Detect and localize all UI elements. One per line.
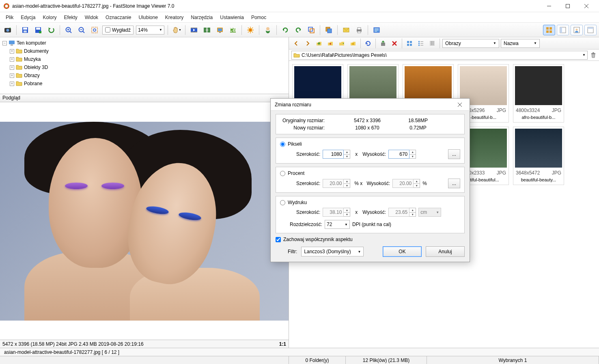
print-button[interactable] bbox=[354, 25, 364, 35]
height-label: Wysokość: bbox=[362, 209, 386, 215]
nav-fav-button[interactable] bbox=[348, 39, 358, 48]
spin-buttons[interactable]: ▲▼ bbox=[344, 179, 350, 188]
spin-buttons[interactable]: ▲▼ bbox=[344, 208, 350, 217]
spin-buttons[interactable]: ▲▼ bbox=[414, 179, 420, 188]
menu-edycja[interactable]: Edycja bbox=[17, 13, 39, 22]
print-radio[interactable]: Wydruku bbox=[280, 200, 460, 205]
view-large-icons-button[interactable] bbox=[405, 39, 414, 48]
zoom-out-button[interactable] bbox=[76, 25, 87, 35]
view-browser-button[interactable] bbox=[557, 25, 569, 35]
nav-back-button[interactable] bbox=[291, 39, 301, 48]
cancel-button[interactable]: Anuluj bbox=[426, 246, 465, 257]
zoom-combo[interactable]: 14%▼ bbox=[136, 26, 164, 34]
undo-button[interactable] bbox=[46, 25, 56, 35]
unit-combo[interactable]: cm▼ bbox=[418, 208, 441, 217]
view-thumbnails-button[interactable] bbox=[543, 25, 555, 35]
menu-kolory[interactable]: Kolory bbox=[39, 13, 60, 22]
rotate-right-button[interactable] bbox=[293, 25, 304, 35]
save-button[interactable] bbox=[20, 25, 30, 35]
zoom-in-button[interactable] bbox=[63, 25, 74, 35]
pct-symbol: % bbox=[422, 181, 427, 186]
smooth-checkbox[interactable]: Wygładź bbox=[102, 26, 134, 34]
maximize-button[interactable] bbox=[558, 0, 577, 12]
save-as-button[interactable] bbox=[33, 25, 43, 35]
tree-item-muzyka[interactable]: +Muzyka bbox=[1, 55, 288, 63]
nav-home-button[interactable] bbox=[325, 39, 335, 48]
menu-ustawienia[interactable]: Ustawienia bbox=[217, 13, 247, 22]
nav-fav-add-button[interactable] bbox=[337, 39, 347, 48]
trash-button[interactable] bbox=[590, 52, 597, 58]
percent-width-input[interactable] bbox=[323, 179, 344, 188]
menu-narzedzia[interactable]: Narzędzia bbox=[187, 13, 216, 22]
app-icon bbox=[3, 3, 10, 9]
print-height-input[interactable] bbox=[388, 208, 409, 217]
folder-tree[interactable]: − Ten komputer +Dokumenty +Muzyka +Obiek… bbox=[0, 37, 289, 94]
spin-buttons[interactable]: ▲▼ bbox=[409, 208, 416, 217]
sort-combo[interactable]: Nazwa▼ bbox=[501, 39, 540, 48]
svg-rect-7 bbox=[566, 4, 570, 8]
thumbnail-item[interactable]: 4800x3324JPGafro-beautiful-b... bbox=[513, 64, 564, 123]
aspect-checkbox[interactable]: Zachowaj współczynnik aspektu bbox=[276, 237, 465, 242]
percent-radio[interactable]: Procent bbox=[280, 170, 460, 176]
rotate-left-button[interactable] bbox=[280, 25, 291, 35]
dialog-close-button[interactable] bbox=[454, 100, 465, 109]
close-window-button[interactable] bbox=[577, 0, 596, 12]
svg-rect-54 bbox=[358, 31, 361, 33]
percent-presets-button[interactable]: ... bbox=[448, 179, 460, 188]
print-width-input[interactable] bbox=[323, 208, 344, 217]
preview-area[interactable] bbox=[0, 102, 289, 340]
file-bar-text: asian-model-attractive-beautiful-1782277… bbox=[4, 349, 119, 355]
view-dual-button[interactable] bbox=[584, 25, 597, 35]
menu-plik[interactable]: Plik bbox=[2, 13, 17, 22]
filter-type-combo[interactable]: Obrazy▼ bbox=[442, 39, 499, 48]
resize-button[interactable] bbox=[306, 25, 317, 35]
tree-item-pobrane[interactable]: +Pobrane bbox=[1, 80, 288, 88]
menu-kreatory[interactable]: Kreatory bbox=[162, 13, 187, 22]
resolution-combo[interactable]: 72▼ bbox=[325, 220, 350, 229]
menu-efekty[interactable]: Efekty bbox=[60, 13, 80, 22]
menu-ulubione[interactable]: Ulubione bbox=[135, 13, 161, 22]
view-list-button[interactable] bbox=[416, 39, 426, 48]
thumbnail-item[interactable]: 3648x5472JPGbeautiful-beauty... bbox=[513, 127, 564, 185]
ok-button[interactable]: OK bbox=[383, 246, 422, 257]
pixels-radio[interactable]: Pikseli bbox=[280, 141, 460, 147]
preview-ratio[interactable]: 1:1 bbox=[279, 341, 286, 347]
tree-item-dokumenty[interactable]: +Dokumenty bbox=[1, 47, 288, 55]
spin-buttons[interactable]: ▲▼ bbox=[344, 150, 350, 159]
email-button[interactable] bbox=[341, 25, 351, 35]
nav-forward-button[interactable] bbox=[303, 39, 312, 48]
hand-tool-button[interactable]: ▼ bbox=[171, 25, 182, 35]
compare-button[interactable] bbox=[202, 25, 212, 35]
skin-button[interactable] bbox=[263, 25, 273, 35]
pixel-presets-button[interactable]: ... bbox=[448, 149, 460, 159]
zoom-fit-button[interactable] bbox=[89, 25, 100, 35]
view-fullscreen-button[interactable] bbox=[571, 25, 583, 35]
wallpaper-button[interactable] bbox=[215, 25, 225, 35]
tree-item-obrazy[interactable]: +Obrazy bbox=[1, 71, 288, 80]
filter-combo[interactable]: Lanczos3 (Domyślny)▼ bbox=[301, 247, 364, 256]
nav-up-button[interactable] bbox=[314, 39, 324, 48]
menu-oznaczanie[interactable]: Oznaczanie bbox=[102, 13, 134, 22]
menu-pomoc[interactable]: Pomoc bbox=[248, 13, 269, 22]
export-button[interactable] bbox=[378, 39, 388, 48]
slideshow-button[interactable] bbox=[189, 25, 199, 35]
acquire-button[interactable] bbox=[2, 25, 13, 35]
view-details-button[interactable] bbox=[427, 39, 437, 48]
settings-button[interactable] bbox=[245, 25, 256, 35]
delete-button[interactable] bbox=[390, 39, 399, 48]
spin-buttons[interactable]: ▲▼ bbox=[409, 150, 416, 159]
path-input[interactable]: C:\Users\Rafał\Pictures\Images Pexels\ ▼ bbox=[291, 51, 588, 60]
pixel-height-input[interactable] bbox=[388, 150, 409, 159]
clone-button[interactable] bbox=[323, 25, 334, 35]
refresh-button[interactable] bbox=[363, 39, 373, 48]
menu-widok[interactable]: Widok bbox=[82, 13, 101, 22]
builder-button[interactable]: CB bbox=[228, 25, 238, 35]
minimize-button[interactable] bbox=[540, 0, 558, 12]
pixel-width-input[interactable] bbox=[323, 150, 344, 159]
tree-root[interactable]: − Ten komputer bbox=[1, 39, 288, 47]
dialog-titlebar[interactable]: Zmiana rozmiaru bbox=[271, 99, 470, 111]
percent-height-input[interactable] bbox=[392, 179, 414, 188]
tree-item-obiekty3d[interactable]: +Obiekty 3D bbox=[1, 63, 288, 71]
thumb-format: JPG bbox=[552, 170, 561, 176]
jpeg-comment-button[interactable] bbox=[371, 25, 382, 35]
